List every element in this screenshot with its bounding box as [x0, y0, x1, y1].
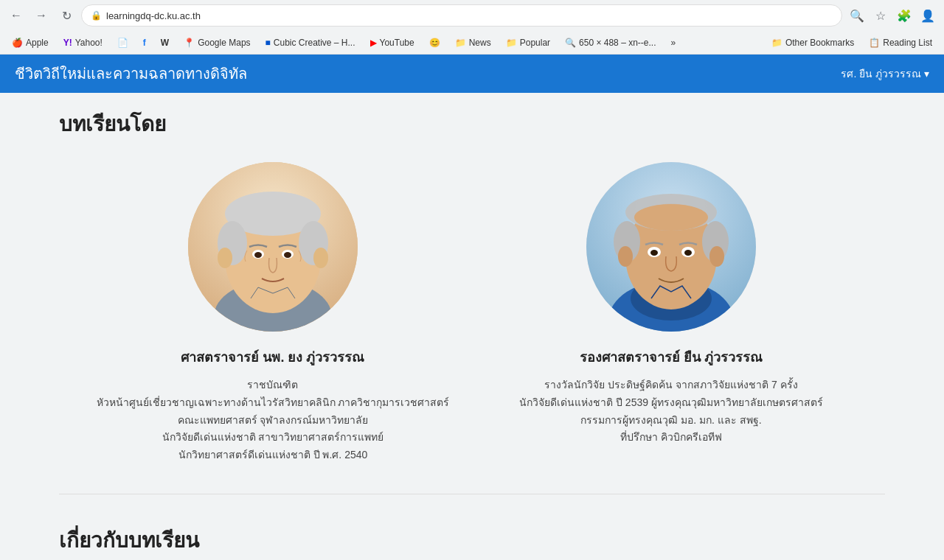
- author-card-1: ศาสตราจารย์ นพ. ยง ภู่วรวรรณ ราชบัณฑิต ห…: [96, 162, 450, 464]
- bookmark-other[interactable]: 📁 Other Bookmarks: [766, 36, 860, 49]
- page-content: บทเรียนโดย: [30, 93, 914, 560]
- author-desc-2-line3: กรรมการผู้ทรงคุณวุฒิ มอ. มก. และ สพฐ.: [519, 412, 823, 430]
- author-desc-2: รางวัลนักวิจัย ประดิษฐ์คิดค้น จากสภาวิจั…: [519, 377, 823, 447]
- bookmark-emoji[interactable]: 😊: [423, 36, 446, 49]
- svg-point-26: [684, 250, 692, 256]
- bookmark-label-cubic: Cubic Creative – H...: [274, 38, 355, 48]
- bookmark-yahoo[interactable]: Y! Yahoo!: [58, 36, 108, 49]
- bookmark-more-label: »: [670, 38, 676, 48]
- svg-point-27: [618, 246, 633, 267]
- other-bookmarks-icon: 📁: [771, 38, 782, 48]
- author-avatar-1: [188, 162, 358, 332]
- author-desc-2-line1: รางวัลนักวิจัย ประดิษฐ์คิดค้น จากสภาวิจั…: [519, 377, 823, 394]
- bookmark-label-popular: Popular: [520, 38, 550, 48]
- bookmark-popular[interactable]: 📁 Popular: [500, 36, 556, 49]
- bookmark-news[interactable]: 📁 News: [449, 36, 497, 49]
- bookmark-reading-list[interactable]: 📋 Reading List: [863, 36, 938, 49]
- author-desc-1-line3: คณะแพทยศาสตร์ จุฬาลงกรณ์มหาวิทยาลัย: [97, 412, 450, 430]
- bookmark-apple[interactable]: 🍎 Apple: [6, 36, 55, 49]
- svg-point-11: [284, 252, 291, 258]
- bookmark-label-apple: Apple: [26, 38, 49, 48]
- author-desc-1-line4: นักวิจัยดีเด่นแห่งชาติ สาขาวิทยาศาสตร์กา…: [97, 429, 450, 447]
- author-desc-1-line5: นักวิทยาศาสตร์ดีเด่นแห่งชาติ ปี พ.ศ. 254…: [97, 447, 450, 464]
- bookmark-label-reading: Reading List: [883, 38, 932, 48]
- svg-point-25: [650, 250, 658, 256]
- author-photo-1: [188, 162, 358, 332]
- bookmark-cubic[interactable]: ■ Cubic Creative – H...: [260, 36, 361, 49]
- section-heading: บทเรียนโดย: [59, 108, 885, 140]
- author-photo-2: [586, 162, 756, 332]
- bookmark-label-googlemaps: Google Maps: [198, 38, 250, 48]
- author-desc-1-line1: ราชบัณฑิต: [97, 377, 450, 394]
- user-menu[interactable]: รศ. ยืน ภู่วรวรรณ ▾: [841, 66, 929, 82]
- reload-button[interactable]: ↻: [56, 5, 77, 26]
- svg-point-10: [254, 252, 262, 258]
- bookmark-size[interactable]: 🔍 650 × 488 – xn--e...: [559, 36, 662, 49]
- search-icon-btn[interactable]: 🔍: [847, 5, 867, 26]
- user-menu-label: รศ. ยืน ภู่วรวรรณ ▾: [841, 66, 929, 82]
- author-name-2: รองศาสตราจารย์ ยืน ภู่วรวรรณ: [580, 346, 763, 368]
- author-desc-1-line2: หัวหน้าศูนย์เชี่ยวชาญเฉพาะทางด้านไวรัสวิ…: [97, 394, 450, 412]
- bookmark-label-news: News: [469, 38, 491, 48]
- youtube-icon: ▶: [370, 38, 377, 48]
- svg-point-22: [634, 204, 708, 231]
- bookmark-star-btn[interactable]: ☆: [870, 5, 891, 26]
- bookmark-label-other: Other Bookmarks: [785, 38, 854, 48]
- about-title: เกี่ยวกับบทเรียน: [59, 524, 885, 556]
- site-title: ชีวิตวิถีใหม่และความฉลาดทางดิจิทัล: [15, 62, 247, 85]
- back-button[interactable]: ←: [6, 5, 27, 26]
- browser-window: ← → ↻ 🔒 learningdq-dc.ku.ac.th 🔍 ☆ 🧩 👤 🍎…: [0, 0, 944, 560]
- section-divider: [59, 494, 885, 494]
- yahoo-icon: Y!: [63, 38, 72, 48]
- bookmark-doc1[interactable]: 📄: [111, 36, 134, 49]
- author-name-1: ศาสตราจารย์ นพ. ยง ภู่วรวรรณ: [181, 346, 364, 368]
- bookmark-youtube[interactable]: ▶ YouTube: [364, 36, 420, 49]
- address-bar[interactable]: 🔒 learningdq-dc.ku.ac.th: [81, 4, 842, 27]
- bookmark-label-youtube: YouTube: [380, 38, 414, 48]
- author-desc-2-line2: นักวิจัยดีเด่นแห่งชาติ ปี 2539 ผู้ทรงคุณ…: [519, 394, 823, 412]
- author-desc-2-line4: ที่ปรึกษา คิวบิกครีเอทีฟ: [519, 429, 823, 447]
- authors-grid: ศาสตราจารย์ นพ. ยง ภู่วรวรรณ ราชบัณฑิต ห…: [59, 162, 885, 464]
- lock-icon: 🔒: [91, 10, 102, 21]
- doc1-icon: 📄: [117, 38, 128, 48]
- bookmark-wikipedia[interactable]: W: [155, 36, 175, 49]
- profile-icon-btn[interactable]: 👤: [917, 5, 938, 26]
- nav-bar: ← → ↻ 🔒 learningdq-dc.ku.ac.th 🔍 ☆ 🧩 👤: [0, 0, 944, 31]
- bookmark-label-size: 650 × 488 – xn--e...: [579, 38, 656, 48]
- svg-point-12: [218, 248, 232, 268]
- forward-button[interactable]: →: [31, 5, 52, 26]
- extension-icon-btn[interactable]: 🧩: [894, 5, 914, 26]
- reading-list-icon: 📋: [869, 38, 880, 48]
- googlemaps-icon: 📍: [184, 38, 195, 48]
- size-icon: 🔍: [565, 38, 576, 48]
- bookmark-facebook[interactable]: f: [137, 36, 152, 49]
- bookmark-googlemaps[interactable]: 📍 Google Maps: [178, 36, 256, 49]
- cubic-icon: ■: [266, 38, 271, 48]
- svg-point-13: [313, 248, 328, 268]
- author-card-2: รองศาสตราจารย์ ยืน ภู่วรวรรณ รางวัลนักวิ…: [494, 162, 848, 464]
- popular-folder-icon: 📁: [506, 38, 517, 48]
- author-desc-1: ราชบัณฑิต หัวหน้าศูนย์เชี่ยวชาญเฉพาะทางด…: [97, 377, 450, 464]
- nav-right-icons: 🔍 ☆ 🧩 👤: [847, 5, 938, 26]
- site-header: ชีวิตวิถีใหม่และความฉลาดทางดิจิทัล รศ. ย…: [0, 55, 944, 93]
- bookmark-label-yahoo: Yahoo!: [75, 38, 103, 48]
- news-folder-icon: 📁: [455, 38, 466, 48]
- bookmark-more[interactable]: »: [664, 36, 681, 49]
- apple-icon: 🍎: [12, 38, 23, 48]
- url-text: learningdq-dc.ku.ac.th: [106, 10, 201, 21]
- emoji-icon: 😊: [429, 38, 440, 48]
- bookmarks-bar: 🍎 Apple Y! Yahoo! 📄 f W 📍 Google Maps ■ …: [0, 31, 944, 55]
- svg-point-28: [709, 246, 724, 267]
- author-avatar-2: [586, 162, 756, 332]
- wikipedia-icon: W: [161, 38, 169, 48]
- facebook-icon: f: [143, 38, 146, 48]
